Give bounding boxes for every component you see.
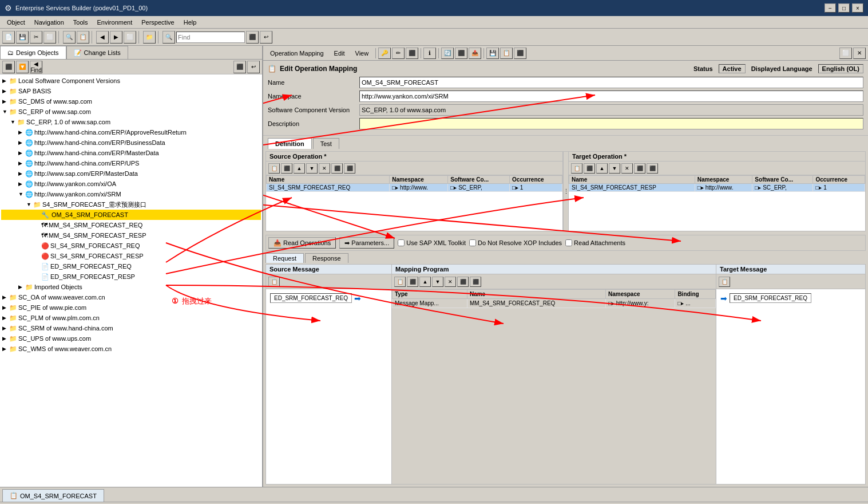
mp-btn5[interactable]: ✕: [445, 277, 456, 287]
maximize-button[interactable]: □: [838, 3, 850, 13]
tree-item-26[interactable]: ▶📁SC_WMS of www.weaver.com.cn: [1, 344, 261, 354]
find-clear-button[interactable]: ↩: [260, 31, 272, 44]
tree-item-25[interactable]: ▶📁SC_UPS of www.ups.com: [1, 333, 261, 344]
tree-item-6[interactable]: ▶🌐http://www.hand-china.com/ERP/Business…: [1, 137, 261, 148]
left-tb-btn1[interactable]: ⬛: [2, 61, 15, 73]
mp-btn1[interactable]: 📋: [394, 277, 406, 287]
form-name-input[interactable]: [359, 77, 863, 88]
tree-item-20[interactable]: ▶📁Imported Objects: [1, 282, 261, 292]
form-ns-input[interactable]: [359, 90, 863, 102]
tgt-msg-btn1[interactable]: 📋: [719, 277, 730, 287]
source-msg-box[interactable]: ED_SRM_FORECAST_REQ: [270, 293, 352, 303]
tree-item-4[interactable]: ▼📁SC_ERP, 1.0 of www.sap.com: [1, 117, 261, 127]
tab-response[interactable]: Response: [305, 253, 348, 263]
tgt-op-add-btn[interactable]: 📋: [571, 163, 582, 174]
rt-btn9[interactable]: 📋: [500, 48, 513, 59]
src-op-btn2[interactable]: ⬛: [281, 163, 292, 174]
tb-btn10[interactable]: 📁: [143, 31, 156, 44]
tab-test[interactable]: Test: [313, 138, 339, 149]
tgt-op-down-btn[interactable]: ▼: [609, 163, 620, 174]
tb-btn6[interactable]: 📋: [77, 31, 89, 44]
rt-btn1[interactable]: 🔑: [378, 48, 391, 59]
tree-item-9[interactable]: ▶🌐http://www.sap.com/ERP/MasterData: [1, 168, 261, 179]
src-msg-btn1[interactable]: 📋: [268, 277, 280, 287]
tree-item-14[interactable]: 🗺MM_S4_SRM_FORECAST_REQ: [1, 220, 261, 230]
rt-btn5[interactable]: 🔄: [441, 48, 454, 59]
src-op-btn6[interactable]: ⬛: [331, 163, 343, 174]
mp-btn3[interactable]: ▲: [419, 277, 431, 287]
read-attachments-checkbox-label[interactable]: Read Attachments: [565, 239, 625, 246]
tree-item-3[interactable]: ▼📁SC_ERP of www.sap.com: [1, 107, 261, 117]
menu-help[interactable]: Help: [179, 18, 201, 27]
form-desc-input[interactable]: [359, 118, 863, 129]
tree-item-0[interactable]: ▶📁Local Software Component Versions: [1, 76, 261, 86]
tgt-op-btn6[interactable]: ⬛: [634, 163, 645, 174]
src-op-up-btn[interactable]: ▲: [294, 163, 305, 174]
src-op-btn7[interactable]: ⬛: [344, 163, 355, 174]
tgt-op-btn2[interactable]: ⬛: [584, 163, 595, 174]
tab-change-lists[interactable]: 📝 Change Lists: [66, 46, 128, 59]
tree-item-11[interactable]: ▼🌐http://www.yankon.com/xi/SRM: [1, 189, 261, 199]
menu-operation-mapping[interactable]: Operation Mapping: [265, 49, 328, 58]
left-tb-btn5[interactable]: ↩: [247, 61, 260, 73]
tree-item-7[interactable]: ▶🌐http://www.hand-china.com/ERP/MasterDa…: [1, 148, 261, 158]
close-button[interactable]: ×: [852, 3, 863, 13]
rt-btn2[interactable]: ✏: [392, 48, 405, 59]
read-operations-button[interactable]: 📥 Read Operations: [268, 237, 336, 249]
menu-perspective[interactable]: Perspective: [137, 18, 179, 27]
tb-save-button[interactable]: 💾: [16, 31, 29, 44]
no-resolve-checkbox[interactable]: [469, 239, 476, 246]
rt-btn8[interactable]: 💾: [486, 48, 499, 59]
tree-item-18[interactable]: 📄ED_SRM_FORECAST_REQ: [1, 261, 261, 271]
ops-divider[interactable]: ⋮: [563, 152, 569, 231]
left-tb-btn4[interactable]: ⬛: [233, 61, 246, 73]
tree-item-22[interactable]: ▶📁SC_PIE of www.pie.com: [1, 302, 261, 313]
menu-environment[interactable]: Environment: [92, 18, 137, 27]
tb-new-button[interactable]: 📄: [2, 31, 15, 44]
tree-item-10[interactable]: ▶🌐http://www.yankon.com/xi/OA: [1, 179, 261, 189]
rt-btn3[interactable]: ⬛: [406, 48, 418, 59]
tree-item-24[interactable]: ▶📁SC_SRM of www.hand-china.com: [1, 323, 261, 333]
tb-forward-button[interactable]: ▶: [110, 31, 122, 44]
target-msg-box[interactable]: ED_SRM_FORECAST_REQ: [730, 293, 811, 303]
left-tb-btn2[interactable]: 🔽: [16, 61, 29, 73]
tb-btn3[interactable]: ✂: [30, 31, 42, 44]
minimize-button[interactable]: −: [825, 3, 836, 13]
find-go-button[interactable]: ⬛: [246, 31, 259, 44]
no-resolve-checkbox-label[interactable]: Do Not Resolve XOP Includes: [469, 239, 562, 246]
read-attachments-checkbox[interactable]: [565, 239, 572, 246]
src-op-add-btn[interactable]: 📋: [268, 163, 280, 174]
tgt-op-del-btn[interactable]: ✕: [621, 163, 633, 174]
rt-btn7[interactable]: 📤: [469, 48, 481, 59]
tree-item-16[interactable]: 🔴SI_S4_SRM_FORECAST_REQ: [1, 241, 261, 251]
menu-object[interactable]: Object: [2, 18, 30, 27]
rt-btn4[interactable]: ℹ: [423, 48, 436, 59]
tree-item-23[interactable]: ▶📁SC_PLM of www.plm.com.cn: [1, 313, 261, 323]
rt-close-button[interactable]: ✕: [853, 48, 866, 59]
tree-item-17[interactable]: 🔴SI_S4_SRM_FORECAST_RESP: [1, 251, 261, 261]
tree-item-19[interactable]: 📄ED_SRM_FORECAST_RESP: [1, 271, 261, 282]
bottom-tab-om[interactable]: 📋 OM_S4_SRM_FORECAST: [2, 489, 104, 502]
menu-view[interactable]: View: [351, 49, 374, 58]
tb-btn4[interactable]: ⬜: [43, 31, 56, 44]
xml-toolkit-checkbox-label[interactable]: Use SAP XML Toolkit: [398, 239, 466, 246]
tb-btn9[interactable]: ⬜: [124, 31, 136, 44]
left-tb-btn3[interactable]: ◀ Find: [30, 61, 42, 73]
tab-design-objects[interactable]: 🗂 Design Objects: [0, 46, 66, 59]
tb-btn5[interactable]: 🔍: [63, 31, 76, 44]
tab-definition[interactable]: Definition: [268, 138, 312, 149]
mp-btn2[interactable]: ⬛: [407, 277, 418, 287]
mp-btn6[interactable]: ⬛: [457, 277, 469, 287]
menu-navigation[interactable]: Navigation: [30, 18, 69, 27]
table-row[interactable]: SI_S4_SRM_FORECAST_RESP □▸ http://www. □…: [569, 184, 865, 192]
table-row[interactable]: SI_S4_SRM_FORECAST_REQ □▸ http://www. □▸…: [267, 184, 562, 192]
menu-tools[interactable]: Tools: [69, 18, 93, 27]
rt-btn6[interactable]: ⬛: [455, 48, 467, 59]
tgt-op-btn7[interactable]: ⬛: [647, 163, 658, 174]
tree-item-15[interactable]: 🗺MM_S4_SRM_FORECAST_RESP: [1, 230, 261, 241]
find-icon-button[interactable]: 🔍: [162, 31, 175, 44]
tree-item-2[interactable]: ▶📁SC_DMS of www.sap.com: [1, 96, 261, 107]
tab-request[interactable]: Request: [265, 253, 304, 263]
menu-edit[interactable]: Edit: [330, 49, 350, 58]
parameters-button[interactable]: ➡ Parameters...: [339, 237, 394, 249]
